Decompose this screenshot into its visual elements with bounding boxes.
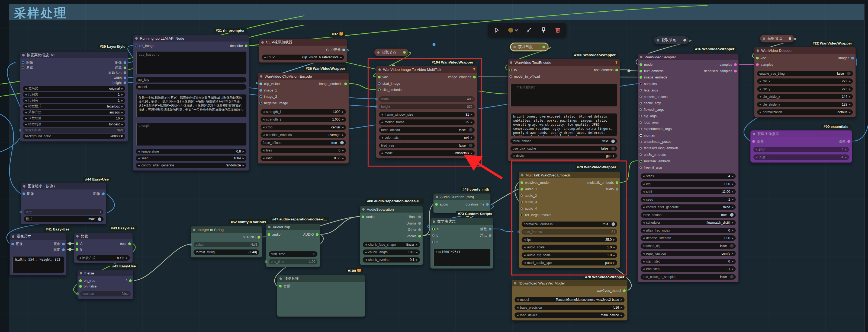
annotation-rect bbox=[368, 58, 482, 166]
annotation-layer bbox=[0, 0, 868, 332]
annotation-arrow bbox=[468, 157, 502, 178]
annotation-rect bbox=[512, 161, 626, 275]
graph-canvas[interactable]: 采样处理 按宽高比缩放_V2图像遮罩图像遮罩原始大小widthheight◀宽高… bbox=[0, 0, 868, 332]
